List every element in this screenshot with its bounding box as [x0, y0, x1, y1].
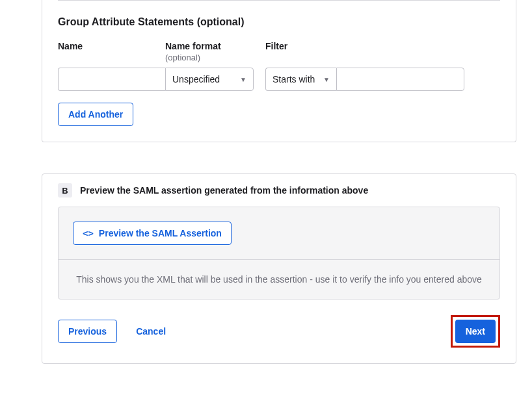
previous-button[interactable]: Previous [58, 320, 117, 343]
group-section-title: Group Attribute Statements (optional) [58, 16, 500, 28]
name-input[interactable] [58, 68, 165, 91]
preview-card: B Preview the SAML assertion generated f… [42, 173, 516, 364]
preview-box: <> Preview the SAML Assertion This shows… [58, 207, 500, 300]
cancel-button[interactable]: Cancel [126, 320, 176, 342]
chevron-down-icon: ▼ [323, 76, 330, 83]
highlight-frame: Next [451, 315, 500, 348]
attribute-row: Unspecified ▼ Starts with ▼ [58, 68, 500, 91]
filter-value-input[interactable] [336, 68, 464, 91]
col-format-sublabel: (optional) [165, 53, 254, 62]
col-name-label: Name [58, 41, 165, 51]
step-badge: B [58, 183, 72, 198]
preview-btn-label: Preview the SAML Assertion [99, 228, 222, 238]
name-format-selected: Unspecified [172, 74, 220, 84]
filter-type-selected: Starts with [273, 74, 315, 84]
filter-type-select[interactable]: Starts with ▼ [265, 68, 336, 91]
chevron-down-icon: ▼ [240, 76, 246, 83]
next-button[interactable]: Next [455, 320, 496, 343]
add-another-button[interactable]: Add Another [58, 103, 133, 126]
code-icon: <> [83, 228, 94, 238]
preview-help-text: This shows you the XML that will be used… [59, 259, 499, 299]
column-headers: Name Name format (optional) Filter [58, 41, 500, 62]
col-format-label: Name format [165, 41, 254, 51]
step-header: B Preview the SAML assertion generated f… [58, 174, 500, 207]
name-format-select[interactable]: Unspecified ▼ [165, 68, 254, 91]
divider [58, 0, 500, 1]
col-filter-label: Filter [265, 41, 500, 51]
wizard-footer: Previous Cancel Next [58, 315, 500, 348]
group-attribute-card: Group Attribute Statements (optional) Na… [42, 0, 516, 142]
step-title: Preview the SAML assertion generated fro… [80, 185, 368, 196]
preview-saml-button[interactable]: <> Preview the SAML Assertion [73, 222, 232, 245]
